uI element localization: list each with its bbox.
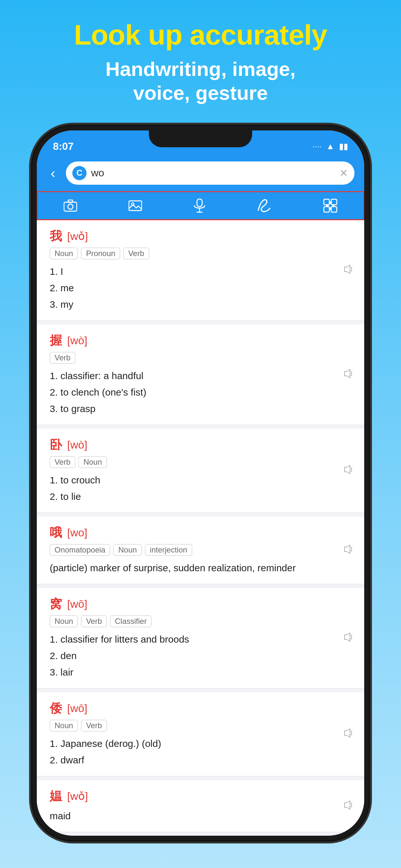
search-clear-button[interactable]: ✕ (339, 167, 348, 179)
sound-button[interactable] (343, 727, 352, 741)
svg-rect-2 (68, 200, 73, 203)
result-pinyin: [wo] (67, 526, 87, 539)
result-tags: VerbNoun (50, 456, 351, 468)
result-chinese: 我 (50, 228, 62, 244)
result-tag: Onomatopoeia (50, 544, 110, 556)
result-header: 握[wò] (50, 332, 351, 349)
svg-rect-10 (324, 207, 329, 212)
result-item[interactable]: 倭[wō]NounVerb1. Japanese (derog.) (old)2… (37, 692, 364, 776)
result-pinyin: [wǒ] (67, 789, 88, 802)
result-header: 窝[wō] (50, 596, 351, 612)
svg-rect-11 (331, 207, 337, 212)
result-header: 倭[wō] (50, 700, 351, 717)
result-pinyin: [wō] (67, 598, 87, 610)
result-item[interactable]: 握[wò]Verb1. classifier: a handful2. to c… (37, 324, 364, 425)
result-definitions: maid (50, 808, 351, 824)
result-header: 媪[wǒ] (50, 788, 351, 804)
camera-button[interactable] (64, 199, 77, 212)
result-tag: Noun (50, 616, 78, 627)
result-header: 卧[wò] (50, 437, 351, 453)
result-tag: Pronoun (81, 248, 120, 259)
svg-rect-8 (324, 199, 329, 205)
input-toolbar (37, 191, 364, 220)
status-icons: ···· ▲ ▮▮ (312, 142, 348, 151)
result-tags: NounVerbClassifier (50, 616, 351, 627)
result-chinese: 窝 (50, 596, 62, 612)
svg-rect-0 (64, 202, 77, 211)
result-definitions: 1. Japanese (derog.) (old)2. dwarf (50, 735, 351, 768)
result-chinese: 哦 (50, 524, 62, 541)
gesture-button[interactable] (257, 198, 272, 213)
result-item[interactable]: 我[wǒ]NounPronounVerb1. I2. me3. my (37, 220, 364, 321)
result-tags: NounPronounVerb (50, 248, 351, 259)
result-chinese: 卧 (50, 437, 62, 453)
phone-screen: 8:07 ···· ▲ ▮▮ ‹ C wo ✕ (37, 130, 364, 836)
result-definitions: 1. classifier for litters and broods2. d… (50, 631, 351, 680)
result-item[interactable]: 媪[wǒ]maid (37, 780, 364, 832)
result-item[interactable]: 窝[wō]NounVerbClassifier1. classifier for… (37, 588, 364, 688)
microphone-button[interactable] (193, 198, 206, 213)
result-pinyin: [wò] (67, 334, 87, 347)
svg-marker-19 (344, 545, 350, 554)
sub-headline: Handwriting, image,voice, gesture (86, 57, 315, 105)
result-chinese: 倭 (50, 700, 62, 717)
main-headline: Look up accurately (61, 20, 340, 51)
svg-point-1 (68, 204, 73, 209)
result-tags: OnomatopoeiaNouninterjection (50, 544, 351, 556)
puzzle-button[interactable] (323, 198, 337, 213)
result-tag: Noun (113, 544, 142, 556)
svg-marker-18 (344, 465, 350, 474)
sound-button[interactable] (343, 544, 352, 557)
result-tag: Verb (123, 248, 149, 259)
result-tag: Noun (50, 248, 78, 259)
result-tag: Verb (81, 616, 106, 627)
result-pinyin: [wǒ] (67, 229, 88, 243)
result-tags: Verb (50, 352, 351, 364)
status-time: 8:07 (53, 141, 73, 152)
battery-icon: ▮▮ (339, 142, 348, 151)
result-chinese: 媪 (50, 788, 62, 804)
svg-marker-17 (344, 369, 350, 378)
back-button[interactable]: ‹ (47, 165, 59, 181)
wifi-icon: ▲ (326, 142, 335, 151)
result-chinese: 握 (50, 332, 62, 349)
search-input[interactable]: wo (87, 167, 339, 179)
search-bar-area: ‹ C wo ✕ (37, 156, 364, 191)
sound-button[interactable] (343, 264, 352, 277)
result-pinyin: [wò] (67, 438, 87, 451)
svg-marker-21 (344, 729, 350, 737)
result-header: 哦[wo] (50, 524, 351, 541)
svg-rect-12 (329, 202, 332, 204)
result-item[interactable]: 卧[wò]VerbNoun1. to crouch2. to lie (37, 429, 364, 513)
svg-marker-22 (344, 801, 350, 809)
sound-button[interactable] (343, 368, 352, 381)
result-pinyin: [wō] (67, 702, 87, 715)
svg-marker-20 (344, 633, 350, 641)
result-item[interactable]: 哦[wo]OnomatopoeiaNouninterjection(partic… (37, 517, 364, 584)
search-container: C wo ✕ (66, 161, 354, 185)
result-tag: interjection (145, 544, 192, 556)
svg-rect-13 (326, 205, 329, 207)
svg-rect-14 (332, 205, 335, 207)
result-tag: Classifier (110, 616, 152, 627)
results-list: 我[wǒ]NounPronounVerb1. I2. me3. my 握[wò]… (37, 220, 364, 836)
result-definitions: 1. classifier: a handful2. to clench (on… (50, 368, 351, 417)
svg-rect-15 (329, 207, 332, 210)
result-definitions: (particle) marker of surprise, sudden re… (50, 560, 351, 576)
phone-device: 8:07 ···· ▲ ▮▮ ‹ C wo ✕ (31, 125, 370, 841)
svg-marker-16 (344, 265, 350, 274)
sound-button[interactable] (343, 631, 352, 645)
result-header: 我[wǒ] (50, 228, 351, 244)
result-definitions: 1. I2. me3. my (50, 263, 351, 313)
svg-rect-9 (331, 199, 337, 205)
phone-notch (149, 130, 252, 147)
result-tag: Verb (50, 352, 75, 364)
svg-rect-3 (129, 201, 142, 211)
search-c-badge: C (72, 166, 87, 180)
image-button[interactable] (128, 199, 142, 212)
result-tag: Noun (50, 720, 78, 732)
sound-button[interactable] (343, 464, 352, 477)
result-tag: Verb (81, 720, 106, 732)
result-definitions: 1. to crouch2. to lie (50, 472, 351, 505)
sound-button[interactable] (343, 799, 352, 813)
